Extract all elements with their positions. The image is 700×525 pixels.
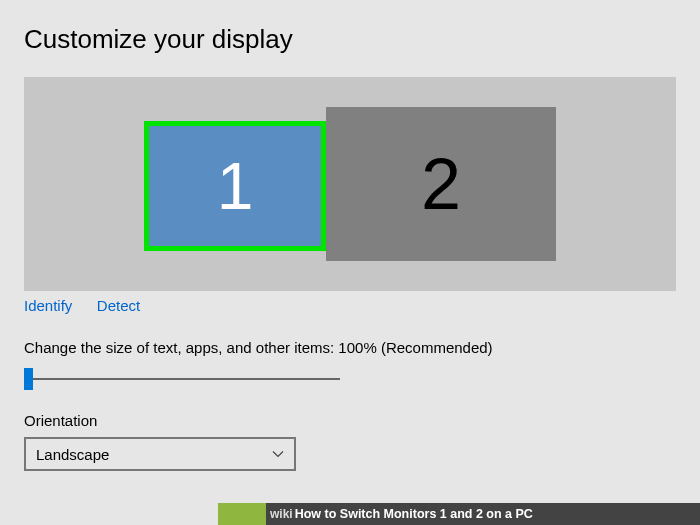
wikihow-logo: wiki [270, 507, 293, 521]
article-title: How to Switch Monitors 1 and 2 on a PC [295, 507, 533, 521]
slider-track [24, 378, 340, 380]
scale-slider[interactable] [24, 366, 340, 394]
monitor-1-label: 1 [217, 148, 254, 224]
monitor-2[interactable]: 2 [326, 107, 556, 261]
chevron-down-icon [272, 448, 284, 460]
page-title: Customize your display [24, 24, 676, 55]
detect-link[interactable]: Detect [97, 297, 140, 314]
orientation-dropdown[interactable]: Landscape [24, 437, 296, 471]
monitor-arrangement-area[interactable]: 2 1 [24, 77, 676, 291]
monitor-actions-row: Identify Detect [24, 297, 676, 315]
identify-link[interactable]: Identify [24, 297, 72, 314]
scale-label: Change the size of text, apps, and other… [24, 339, 676, 356]
orientation-label: Orientation [24, 412, 676, 429]
monitor-1[interactable]: 1 [144, 121, 326, 251]
footer-accent [218, 503, 266, 525]
slider-thumb[interactable] [24, 368, 33, 390]
wikihow-footer: wiki How to Switch Monitors 1 and 2 on a… [0, 503, 700, 525]
footer-content: wiki How to Switch Monitors 1 and 2 on a… [266, 503, 700, 525]
monitor-2-label: 2 [421, 143, 461, 225]
orientation-value: Landscape [36, 446, 109, 463]
footer-spacer [0, 503, 218, 525]
